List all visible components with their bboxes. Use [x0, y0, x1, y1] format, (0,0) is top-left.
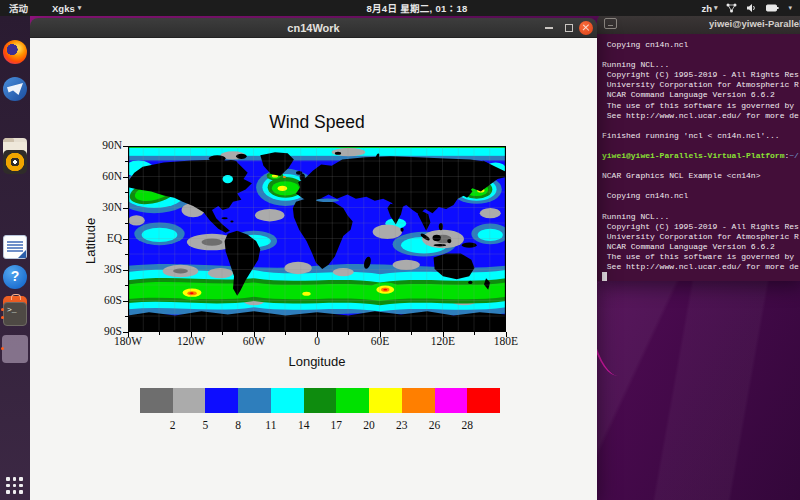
y-tick-label: 30N — [74, 201, 122, 215]
terminal-window-title: yiwei@yiwei-Parallels-Vir — [709, 14, 800, 34]
colorbar-label: 14 — [292, 419, 316, 431]
y-tick-mark — [125, 316, 128, 317]
maximize-button[interactable] — [565, 24, 573, 32]
input-method-label: zh — [701, 3, 712, 14]
y-tick-mark — [125, 254, 128, 255]
running-indicator-dot — [1, 347, 4, 350]
dock-item-help[interactable]: ? — [3, 265, 27, 289]
y-tick-mark — [123, 208, 128, 209]
wind-speed-map — [128, 146, 506, 332]
y-tick-label: 30S — [74, 263, 122, 277]
chevron-down-icon: ▾ — [78, 4, 82, 12]
y-tick-label: EQ — [74, 232, 122, 246]
x-axis-title: Longitude — [128, 354, 506, 369]
activities-button[interactable]: 活动 — [9, 1, 28, 15]
dock: A ? >_ — [0, 16, 30, 500]
y-axis-title: Latitude — [83, 206, 97, 276]
y-tick-mark — [125, 192, 128, 193]
terminal-text: yiwei@yiwei-Parallels-Virtual-Platform — [602, 151, 784, 160]
terminal-text: University Corporation for Atmospheric R — [602, 80, 799, 89]
close-button[interactable] — [579, 21, 593, 35]
terminal-text-line: yiwei@yiwei-Parallels-Virtual-Platform:~… — [602, 151, 800, 161]
minimize-button[interactable] — [545, 27, 553, 29]
terminal-text-line — [602, 50, 800, 60]
terminal-text: Copying cn14n.ncl — [602, 191, 688, 200]
x-tick-mark — [254, 332, 255, 337]
colorbar-segment — [238, 388, 271, 413]
terminal-window-icon — [604, 18, 617, 29]
dock-item-terminal[interactable]: >_ — [3, 302, 27, 326]
y-tick-label: 90N — [74, 139, 122, 153]
colorbar-label: 20 — [357, 419, 381, 431]
show-applications-button[interactable] — [6, 477, 24, 495]
terminal-text-line — [602, 161, 800, 171]
network-icon[interactable] — [726, 3, 737, 13]
terminal-text-line — [602, 121, 800, 131]
terminal-text-line: Running NCL... — [602, 60, 800, 70]
y-tick-mark — [123, 270, 128, 271]
terminal-text-line: See http://www.ncl.ucar.edu/ for more de — [602, 262, 800, 272]
terminal-text: See http://www.ncl.ucar.edu/ for more de — [602, 111, 799, 120]
dock-item-rhythmbox[interactable] — [3, 150, 27, 174]
chevron-down-icon: ▾ — [714, 4, 718, 12]
terminal-text-line: University Corporation for Atmospheric R — [602, 80, 800, 90]
x-tick-mark — [191, 332, 192, 337]
battery-icon[interactable] — [766, 4, 779, 12]
colorbar-label: 17 — [324, 419, 348, 431]
app-menu-label: Xgks — [52, 3, 75, 14]
terminal-text-line: Running NCL... — [602, 212, 800, 222]
colorbar-segment — [271, 388, 304, 413]
y-tick-mark — [123, 239, 128, 240]
y-tick-mark — [123, 146, 128, 147]
x-tick-mark — [159, 332, 160, 335]
x-tick-mark — [128, 332, 129, 337]
dock-item-xgks-window[interactable] — [2, 335, 28, 363]
terminal-text: See http://www.ncl.ucar.edu/ for more de — [602, 262, 799, 271]
dock-item-libreoffice-writer[interactable] — [3, 235, 27, 259]
colorbar-label: 23 — [390, 419, 414, 431]
menu-caret-icon[interactable]: ▾ — [788, 4, 792, 12]
y-tick-mark — [125, 223, 128, 224]
terminal-text: NCAR Graphics NCL Example <cn14n> — [602, 171, 760, 180]
x-tick-mark — [285, 332, 286, 335]
terminal-titlebar[interactable]: yiwei@yiwei-Parallels-Vir — [597, 14, 800, 34]
colorbar-label: 5 — [193, 419, 217, 431]
y-tick-label: 60N — [74, 170, 122, 184]
plot-canvas: Wind Speed — [30, 38, 597, 500]
x-tick-mark — [411, 332, 412, 335]
terminal-text-line: Copyright (C) 1995-2019 - All Rights Res — [602, 70, 800, 80]
plot-title: Wind Speed — [128, 112, 506, 133]
colorbar-segment — [402, 388, 435, 413]
dock-item-thunderbird[interactable] — [3, 77, 27, 101]
terminal-text-line: University Corporation for Atmospheric R — [602, 232, 800, 242]
terminal-window: yiwei@yiwei-Parallels-Vir Copying cn14n.… — [597, 14, 800, 281]
y-tick-label: 60S — [74, 294, 122, 308]
terminal-text-line — [602, 141, 800, 151]
terminal-text-line — [602, 181, 800, 191]
terminal-text-line: The use of this software is governed by — [602, 252, 800, 262]
app-menu[interactable]: Xgks ▾ — [52, 3, 81, 14]
terminal-text: University Corporation for Atmospheric R — [602, 232, 799, 241]
plot-window-titlebar[interactable]: cn14Work — [30, 18, 597, 38]
colorbar-segment — [205, 388, 238, 413]
colorbar-segment — [369, 388, 402, 413]
terminal-text-line: NCAR Graphics NCL Example <cn14n> — [602, 171, 800, 181]
terminal-text-line: Finished running 'ncl < cn14n.ncl'... — [602, 131, 800, 141]
colorbar-segment — [173, 388, 206, 413]
terminal-text: NCAR Command Language Version 6.6.2 — [602, 242, 775, 251]
terminal-text: Copyright (C) 1995-2019 - All Rights Res — [602, 70, 799, 79]
clock[interactable]: 8月4日 星期二, 01∶18 — [366, 1, 467, 15]
terminal-output[interactable]: Copying cn14n.nclRunning NCL... Copyrigh… — [597, 34, 800, 281]
colorbar-label: 8 — [226, 419, 250, 431]
input-method-indicator[interactable]: zh ▾ — [701, 3, 717, 14]
volume-icon[interactable] — [746, 3, 757, 13]
x-tick-mark — [317, 332, 318, 337]
dock-item-firefox[interactable] — [3, 40, 27, 64]
terminal-text-line: Copying cn14n.ncl — [602, 40, 800, 50]
top-bar: 活动 Xgks ▾ 8月4日 星期二, 01∶18 zh ▾ ▾ — [0, 0, 800, 16]
colorbar-label: 26 — [423, 419, 447, 431]
x-tick-mark — [474, 332, 475, 335]
colorbar-label: 11 — [259, 419, 283, 431]
colorbar-label: 28 — [455, 419, 479, 431]
y-tick-mark — [125, 161, 128, 162]
